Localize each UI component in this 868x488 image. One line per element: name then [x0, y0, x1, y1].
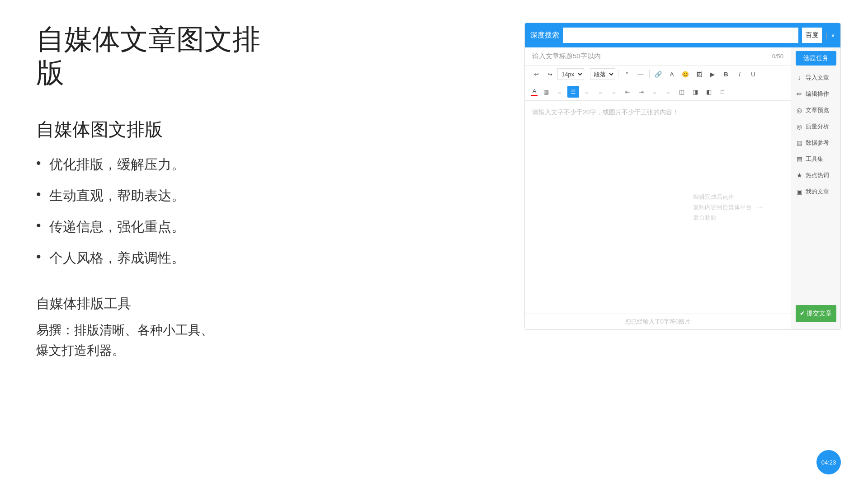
preview-icon: ◎: [796, 107, 803, 114]
sidebar-item-import[interactable]: ↓ 导入文章: [791, 70, 840, 85]
list-item: 个人风格，养成调性。: [36, 249, 271, 267]
video-button[interactable]: ▶: [707, 68, 718, 80]
right-sidebar: 选题任务 ↓ 导入文章 ✏ 编辑操作 ◎ 文章预览 ◎ 质量分析 ▦ 数据参考: [791, 47, 840, 329]
list-ol-button[interactable]: ≡: [662, 86, 674, 98]
toolbar-row1: ↩ ↪ 14px 段落 " — 🔗 A 😊 🖼 ▶ B I: [525, 66, 791, 83]
sidebar-item-quality[interactable]: ◎ 质量分析: [791, 119, 840, 134]
main-title: 自媒体文章图文排版: [36, 23, 271, 90]
align-justify-button[interactable]: ≡: [608, 86, 620, 98]
dash-button[interactable]: —: [635, 68, 646, 80]
font-size-select[interactable]: 14px: [557, 68, 584, 80]
left-panel: 自媒体文章图文排版 自媒体图文排版 优化排版，缓解压力。 生动直观，帮助表达。 …: [36, 23, 271, 361]
align-center-button[interactable]: ☰: [567, 86, 579, 98]
align-right-button[interactable]: ≡: [594, 86, 606, 98]
bold-button[interactable]: B: [720, 68, 732, 80]
submit-button[interactable]: ✔ 提交文章: [796, 305, 836, 322]
hint-arrow-icon: →: [755, 200, 764, 214]
undo-button[interactable]: ↩: [530, 68, 542, 80]
align-button[interactable]: ≡: [554, 86, 566, 98]
search-label: 深度搜索: [530, 31, 559, 40]
status-bar: 您已经输入了0字符0图片: [525, 314, 791, 329]
sidebar-item-label: 工具集: [806, 155, 823, 163]
bullet-list: 优化排版，缓解压力。 生动直观，帮助表达。 传递信息，强化重点。 个人风格，养成…: [36, 155, 271, 267]
list-item: 生动直观，帮助表达。: [36, 187, 271, 205]
font-color-button[interactable]: A: [530, 87, 538, 97]
quote-button[interactable]: ": [621, 68, 633, 80]
sidebar-item-edit[interactable]: ✏ 编辑操作: [791, 86, 840, 102]
sidebar-item-tools[interactable]: ▤ 工具集: [791, 151, 840, 167]
sidebar-item-label: 质量分析: [806, 122, 829, 131]
align-left-button[interactable]: ≡: [581, 86, 593, 98]
content-hint: 编辑完成后点击 复制内容到自媒体平台 后台粘贴 →: [693, 191, 764, 223]
editor-main: 输入文章标题50字以内 0/50 ↩ ↪ 14px 段落 " — 🔗 A: [525, 47, 791, 329]
list-item: 优化排版，缓解压力。: [36, 155, 271, 174]
edit-icon: ✏: [796, 90, 803, 98]
image-button[interactable]: 🖼: [693, 68, 705, 80]
format-btn2[interactable]: ◨: [689, 86, 701, 98]
data-icon: ▦: [796, 139, 803, 146]
list-item: 传递信息，强化重点。: [36, 218, 271, 236]
search-bar: 深度搜索 百度 | ∨: [525, 23, 840, 47]
link-button[interactable]: 🔗: [652, 68, 664, 80]
font-style-button[interactable]: A: [666, 68, 678, 80]
title-placeholder[interactable]: 输入文章标题50字以内: [532, 52, 601, 61]
section2-text: 易撰：排版清晰、各种小工具、爆文打造利器。: [36, 320, 271, 361]
content-placeholder: 请输入文字不少于20字，或图片不少于三张的内容！: [532, 108, 679, 116]
toolbar-sep2: [618, 70, 618, 78]
select-task-button[interactable]: 选题任务: [796, 51, 836, 66]
content-area[interactable]: 请输入文字不少于20字，或图片不少于三张的内容！ 编辑完成后点击 复制内容到自媒…: [525, 101, 791, 314]
section1-title: 自媒体图文排版: [36, 117, 271, 142]
search-divider: |: [826, 32, 827, 39]
format-btn4[interactable]: □: [717, 86, 728, 98]
quality-icon: ◎: [796, 123, 803, 130]
sidebar-item-label: 文章预览: [806, 106, 829, 114]
hotwords-icon: ★: [796, 172, 803, 179]
emoji-button[interactable]: 😊: [679, 68, 691, 80]
sidebar-item-data[interactable]: ▦ 数据参考: [791, 135, 840, 150]
editor-panel: 深度搜索 百度 | ∨ 输入文章标题50字以内 0/50 ↩ ↪ 14px: [524, 23, 841, 330]
search-chevron-icon[interactable]: ∨: [831, 32, 835, 38]
search-input[interactable]: [563, 28, 798, 43]
sidebar-item-label: 编辑操作: [806, 90, 829, 98]
section2-title: 自媒体排版工具: [36, 295, 271, 313]
editor-container: 输入文章标题50字以内 0/50 ↩ ↪ 14px 段落 " — 🔗 A: [525, 47, 840, 329]
sidebar-item-label: 热点热词: [806, 171, 829, 179]
status-text: 您已经输入了0字符0图片: [625, 318, 690, 325]
sidebar-item-label: 导入文章: [806, 74, 829, 82]
clock-badge: 04:23: [816, 450, 841, 474]
search-engine-btn[interactable]: 百度: [802, 28, 822, 43]
clock-time: 04:23: [821, 459, 836, 466]
toolbar-sep3: [649, 70, 650, 78]
tools-icon: ▤: [796, 155, 803, 163]
title-bar: 输入文章标题50字以内 0/50: [525, 47, 791, 66]
sidebar-item-myarticles[interactable]: ▣ 我的文章: [791, 184, 840, 199]
format-btn3[interactable]: ◧: [703, 86, 715, 98]
highlight-button[interactable]: ▦: [540, 86, 552, 98]
myarticles-icon: ▣: [796, 188, 803, 195]
list-ul-button[interactable]: ≡: [649, 86, 660, 98]
sidebar-item-preview[interactable]: ◎ 文章预览: [791, 103, 840, 118]
sidebar-item-label: 我的文章: [806, 188, 829, 196]
toolbar-row2: A ▦ ≡ ☰ ≡ ≡ ≡ ⇤ ⇥ ≡ ≡ ◫ ◨ ◧ □: [525, 83, 791, 101]
italic-button[interactable]: I: [734, 68, 745, 80]
title-count: 0/50: [772, 53, 783, 60]
underline-button[interactable]: U: [747, 68, 759, 80]
import-icon: ↓: [796, 74, 803, 81]
sidebar-item-label: 数据参考: [806, 139, 829, 147]
format-btn1[interactable]: ◫: [676, 86, 688, 98]
paragraph-select[interactable]: 段落: [590, 68, 615, 80]
redo-button[interactable]: ↪: [544, 68, 556, 80]
indent-left-button[interactable]: ⇤: [622, 86, 633, 98]
sidebar-item-hotwords[interactable]: ★ 热点热词: [791, 168, 840, 183]
indent-right-button[interactable]: ⇥: [635, 86, 647, 98]
toolbar-sep1: [587, 70, 587, 78]
